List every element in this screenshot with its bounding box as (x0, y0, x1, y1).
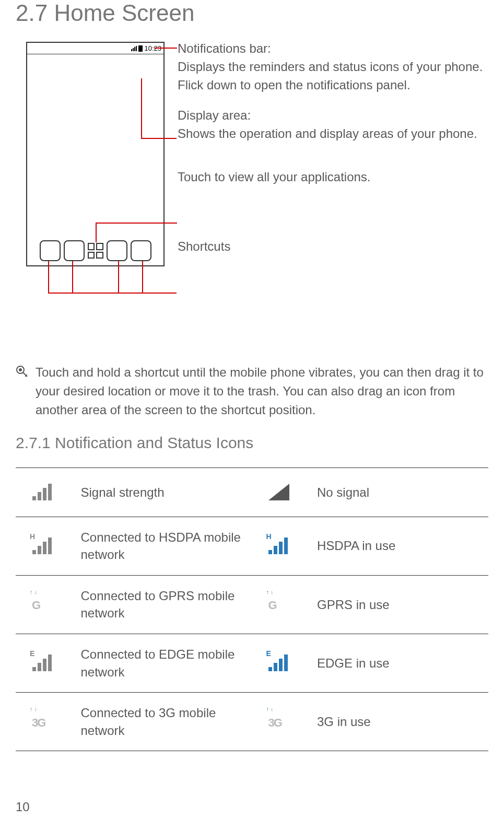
shortcut-icon (107, 240, 127, 261)
table-row: Signal strength No signal (16, 468, 488, 517)
icon-label: GPRS in use (314, 575, 488, 634)
page-number: 10 (16, 800, 30, 814)
icon-label: EDGE in use (314, 634, 488, 692)
no-signal-icon (252, 468, 314, 517)
table-row: E Connected to EDGE mobile network E EDG… (16, 634, 488, 692)
anno-notif-title: Notifications bar: (178, 41, 271, 55)
leader-line (142, 261, 143, 293)
edge-connected-icon: E (16, 634, 78, 692)
battery-icon (138, 45, 143, 52)
3g-connected-icon: ↑ ↓3G (16, 693, 78, 751)
leader-line (96, 223, 97, 242)
home-screen-diagram: 10:23 Notifications bar: Displays the re… (16, 42, 488, 345)
tip-text: Touch and hold a shortcut until the mobi… (36, 363, 488, 419)
anno-notif-body: Displays the reminders and status icons … (178, 60, 483, 92)
shortcut-icon (131, 240, 151, 261)
status-bar: 10:23 (27, 43, 163, 54)
subsection-title: 2.7.1 Notification and Status Icons (16, 434, 488, 452)
shortcut-icon (40, 240, 61, 261)
svg-point-1 (19, 368, 22, 371)
leader-line (72, 261, 73, 293)
signal-icon (131, 46, 137, 51)
leader-line (96, 223, 177, 224)
icon-label: Signal strength (78, 468, 252, 517)
edge-inuse-icon: E (252, 634, 314, 692)
icon-label: Connected to 3G mobile network (78, 693, 252, 751)
signal-strength-icon (16, 468, 78, 517)
icon-label: Connected to HSDPA mobile network (78, 517, 252, 575)
icon-label: HSDPA in use (314, 517, 488, 575)
status-time: 10:23 (144, 44, 161, 52)
table-row: H Connected to HSDPA mobile network H HS… (16, 517, 488, 575)
leader-line (48, 293, 177, 294)
svg-line-2 (23, 372, 27, 377)
icon-table: Signal strength No signal H Connected to… (16, 467, 488, 751)
icon-label: No signal (314, 468, 488, 517)
hsdpa-connected-icon: H (16, 517, 78, 575)
3g-inuse-icon: ↑ ↓3G (252, 693, 314, 751)
anno-display-body: Shows the operation and display areas of… (178, 126, 477, 141)
leader-line (141, 78, 142, 138)
table-row: ↑ ↓3G Connected to 3G mobile network ↑ ↓… (16, 693, 488, 751)
tip-note: Touch and hold a shortcut until the mobi… (16, 363, 488, 419)
leader-line (141, 138, 177, 139)
gprs-inuse-icon: ↑ ↓G (252, 575, 314, 634)
hsdpa-inuse-icon: H (252, 517, 314, 575)
icon-label: Connected to EDGE mobile network (78, 634, 252, 692)
dock (27, 240, 163, 261)
icon-label: Connected to GPRS mobile network (78, 575, 252, 634)
section-title: 2.7 Home Screen (16, 0, 488, 26)
table-row: ↑ ↓G Connected to GPRS mobile network ↑ … (16, 575, 488, 634)
anno-shortcuts: Shortcuts (178, 239, 230, 253)
anno-apps: Touch to view all your applications. (178, 170, 371, 184)
annotations: Notifications bar: Displays the reminder… (178, 42, 488, 268)
anno-display-title: Display area: (178, 108, 251, 122)
icon-label: 3G in use (314, 693, 488, 751)
leader-line (154, 48, 177, 49)
leader-line (48, 261, 49, 293)
shortcut-icon (64, 240, 85, 261)
tip-icon (16, 365, 29, 379)
all-apps-icon (88, 243, 103, 259)
leader-line (118, 261, 119, 293)
gprs-connected-icon: ↑ ↓G (16, 575, 78, 634)
